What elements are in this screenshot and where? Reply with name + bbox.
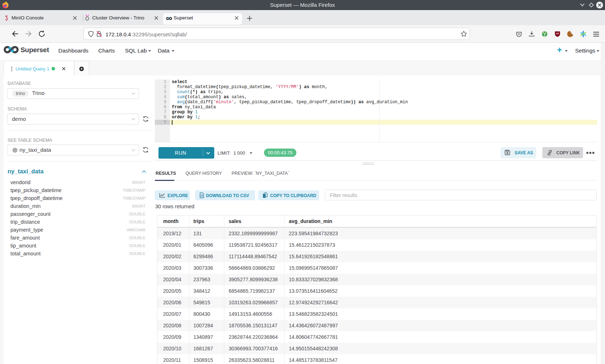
- svg-text:uO: uO: [556, 32, 559, 35]
